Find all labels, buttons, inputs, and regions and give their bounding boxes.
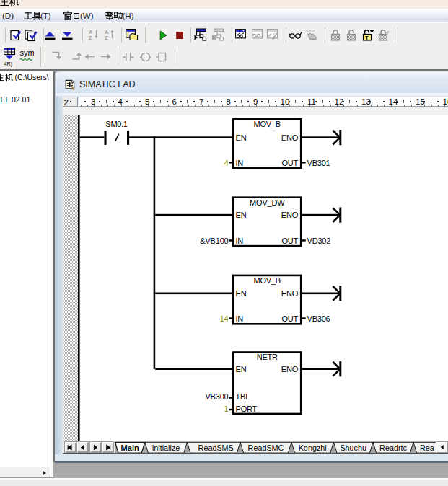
svg-text:Readrtc: Readrtc: [379, 443, 407, 451]
svg-text:VB301: VB301: [307, 159, 330, 167]
svg-text:MOV_B: MOV_B: [253, 120, 281, 128]
svg-text:OUT: OUT: [281, 314, 298, 323]
svg-text:VB306: VB306: [307, 314, 330, 323]
svg-text:sym: sym: [19, 48, 34, 57]
svg-text:OUT: OUT: [281, 159, 298, 167]
svg-text:EN: EN: [236, 289, 247, 298]
svg-text:ReadSMC: ReadSMC: [248, 443, 284, 451]
svg-text:MOV_B: MOV_B: [253, 276, 281, 285]
svg-text:ENO: ENO: [281, 365, 299, 374]
svg-text:Z: Z: [89, 35, 92, 40]
svg-text:Kongzhi: Kongzhi: [299, 443, 327, 451]
svg-text:SM0.1: SM0.1: [105, 120, 127, 128]
svg-text:MOV_DW: MOV_DW: [250, 198, 285, 207]
svg-text:Rea: Rea: [420, 443, 434, 451]
svg-text:14: 14: [220, 314, 229, 323]
svg-text:4R): 4R): [4, 61, 12, 67]
svg-text:Main: Main: [121, 443, 139, 451]
svg-text:VB300: VB300: [205, 392, 228, 401]
svg-text:IN: IN: [236, 314, 244, 323]
svg-text:&VB100: &VB100: [200, 237, 228, 245]
svg-text:NETR: NETR: [257, 353, 278, 361]
svg-text:TBL: TBL: [236, 392, 250, 401]
svg-text:ReadSMS: ReadSMS: [198, 443, 234, 451]
svg-text:initialize: initialize: [152, 443, 180, 451]
svg-text:EN: EN: [236, 211, 247, 219]
svg-text:VD302: VD302: [307, 237, 331, 245]
svg-text:4: 4: [224, 159, 229, 167]
svg-text:OUT: OUT: [281, 237, 298, 245]
svg-text:Z: Z: [105, 35, 108, 40]
svg-text:EN: EN: [236, 133, 247, 142]
svg-text:PORT: PORT: [236, 405, 258, 413]
svg-text:IN: IN: [236, 237, 244, 245]
svg-text:ENO: ENO: [281, 211, 299, 219]
svg-text:ENO: ENO: [281, 133, 299, 142]
svg-text:IN: IN: [236, 159, 244, 167]
svg-text:T: T: [365, 34, 369, 40]
svg-text:ENO: ENO: [281, 289, 299, 298]
svg-text:1: 1: [224, 405, 229, 413]
svg-text:Shuchu: Shuchu: [340, 443, 366, 451]
svg-text:EN: EN: [236, 365, 247, 374]
